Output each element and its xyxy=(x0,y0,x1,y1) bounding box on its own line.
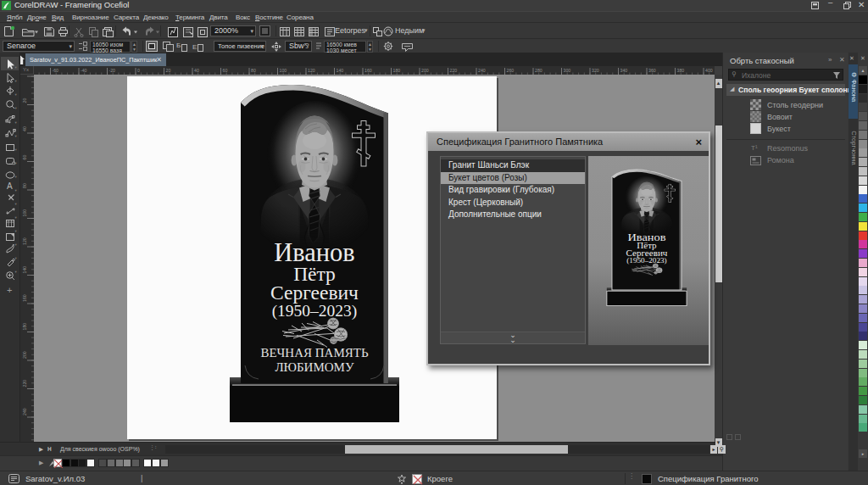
svg-text:ЛЮБИМОМУ: ЛЮБИМОМУ xyxy=(275,360,354,374)
svg-text:Е: Е xyxy=(192,43,197,51)
svg-text:160: 160 xyxy=(364,68,372,73)
svg-text:-20: -20 xyxy=(109,68,116,73)
svg-text:A: A xyxy=(7,181,13,191)
svg-text:200: 200 xyxy=(22,351,27,359)
svg-text:▾: ▾ xyxy=(15,120,18,125)
svg-text:▾: ▾ xyxy=(15,79,18,83)
svg-text:260: 260 xyxy=(507,68,515,73)
svg-text:40: 40 xyxy=(22,126,27,131)
svg-text:100: 100 xyxy=(280,68,287,73)
svg-text:400: 400 xyxy=(705,68,713,73)
svg-text:100: 100 xyxy=(22,209,27,217)
svg-text:20: 20 xyxy=(166,68,171,73)
svg-text:80: 80 xyxy=(251,68,256,73)
svg-text:120: 120 xyxy=(308,68,315,73)
svg-text:▾: ▾ xyxy=(15,134,18,138)
svg-text:320: 320 xyxy=(592,68,599,73)
svg-text:360: 360 xyxy=(648,68,656,73)
svg-text:▾: ▾ xyxy=(15,188,18,192)
svg-text:180: 180 xyxy=(393,68,401,73)
svg-text:Б: Б xyxy=(176,42,181,49)
svg-text:120: 120 xyxy=(22,237,27,245)
svg-text:0: 0 xyxy=(137,68,140,73)
svg-text:220: 220 xyxy=(22,380,27,387)
svg-text:-60: -60 xyxy=(53,68,59,73)
svg-text:80: 80 xyxy=(22,183,27,188)
svg-text:140: 140 xyxy=(337,68,344,73)
svg-text:▾: ▾ xyxy=(15,215,18,220)
svg-text:▾: ▾ xyxy=(15,270,18,274)
svg-text:60: 60 xyxy=(22,155,27,160)
svg-text:180: 180 xyxy=(22,323,27,331)
svg-text:200: 200 xyxy=(421,68,429,73)
svg-text:▾: ▾ xyxy=(15,161,18,165)
svg-text:▾: ▾ xyxy=(15,148,18,152)
svg-text:380: 380 xyxy=(677,68,685,73)
svg-text:160: 160 xyxy=(22,294,27,302)
svg-text:▾: ▾ xyxy=(15,256,18,260)
svg-text:140: 140 xyxy=(22,266,27,274)
svg-text:40: 40 xyxy=(194,68,199,73)
svg-text:ВЕЧНАЯ ПАМЯТЬ: ВЕЧНАЯ ПАМЯТЬ xyxy=(260,346,369,360)
svg-text:20: 20 xyxy=(22,98,27,103)
svg-text:300: 300 xyxy=(564,68,571,73)
svg-text:▾: ▾ xyxy=(15,202,18,206)
svg-text:+: + xyxy=(7,285,12,295)
svg-text:▾: ▾ xyxy=(15,106,18,110)
svg-text:▾: ▾ xyxy=(15,242,18,247)
svg-text:240: 240 xyxy=(22,408,27,415)
svg-text:▾: ▾ xyxy=(15,92,18,97)
svg-text:60: 60 xyxy=(223,68,228,73)
svg-text:280: 280 xyxy=(535,68,542,73)
svg-text:▾: ▾ xyxy=(15,229,18,233)
svg-text:240: 240 xyxy=(478,68,486,73)
svg-text:▾: ▾ xyxy=(15,175,18,179)
svg-text:-40: -40 xyxy=(81,68,87,73)
svg-text:340: 340 xyxy=(620,68,628,73)
svg-text:220: 220 xyxy=(450,68,458,73)
